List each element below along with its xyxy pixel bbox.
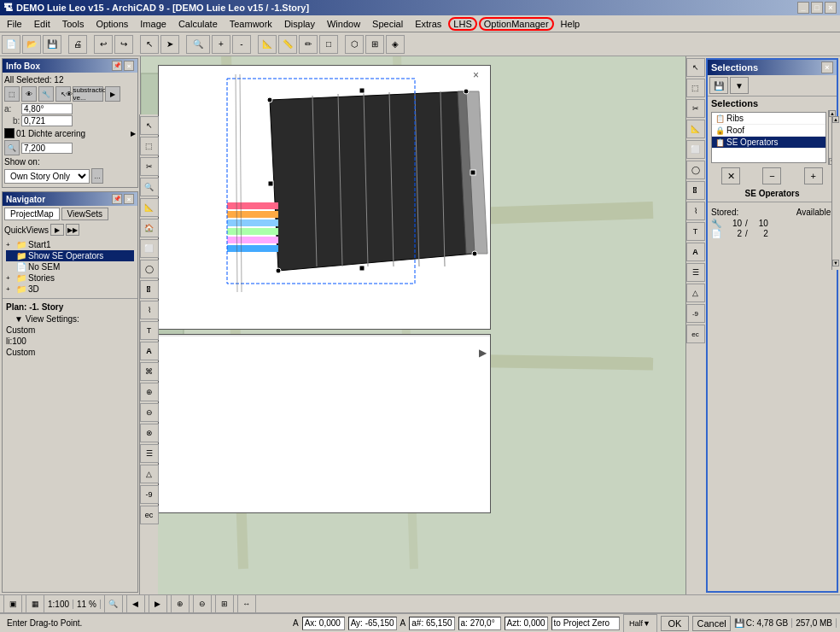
- left-tool-1[interactable]: ↖: [140, 116, 159, 135]
- custom-item-2[interactable]: li:100: [3, 336, 137, 347]
- zoom-out-btn[interactable]: -: [232, 35, 251, 54]
- zoom-tool-3[interactable]: ▶: [149, 594, 167, 613]
- right-tool-2[interactable]: ⬚: [686, 79, 705, 97]
- show-on-extra[interactable]: …: [91, 168, 103, 184]
- left-tool-2[interactable]: ⬚: [140, 137, 159, 155]
- menu-optionmanager[interactable]: OptionManager: [479, 17, 554, 31]
- minimize-btn[interactable]: _: [797, 2, 809, 14]
- left-tool-7[interactable]: ⬜: [140, 239, 159, 258]
- right-tool-5[interactable]: ⬜: [686, 140, 705, 159]
- custom-item-1[interactable]: Custom: [3, 325, 137, 336]
- menu-window[interactable]: Window: [322, 18, 365, 30]
- status-icon-2[interactable]: ▦: [26, 594, 44, 613]
- zoom-icon[interactable]: 🔍: [4, 140, 20, 155]
- tree-item-start1[interactable]: + 📁 Start1: [6, 239, 134, 250]
- right-tool-8[interactable]: ⌇: [686, 202, 705, 220]
- left-tool-4[interactable]: 🔍: [140, 178, 159, 196]
- right-tool-14[interactable]: ec: [686, 325, 705, 343]
- ok-button[interactable]: OK: [661, 616, 690, 631]
- sel-more-btn[interactable]: ▼: [730, 77, 749, 94]
- tab-projectmap[interactable]: ProjectMap: [4, 208, 60, 220]
- tree-item-show-se[interactable]: 📁 Show SE Operators: [6, 250, 134, 261]
- sel-scroll-down-btn[interactable]: ▼: [832, 260, 839, 266]
- menu-help[interactable]: Help: [556, 18, 586, 30]
- sel-save-btn[interactable]: 💾: [709, 77, 728, 94]
- menu-edit[interactable]: Edit: [29, 18, 55, 30]
- menu-teamwork[interactable]: Teamwork: [225, 18, 277, 30]
- select-btn[interactable]: ↖: [140, 35, 159, 54]
- info-icon-1[interactable]: ⬚: [4, 86, 20, 102]
- arrow-btn[interactable]: ➤: [160, 35, 179, 54]
- left-tool-11[interactable]: T: [140, 321, 159, 340]
- tool-c[interactable]: ✏: [299, 35, 318, 54]
- new-btn[interactable]: 📄: [2, 35, 20, 54]
- close-btn[interactable]: ×: [825, 2, 837, 14]
- menu-special[interactable]: Special: [367, 18, 408, 30]
- zoom-tool-5[interactable]: ⊖: [193, 594, 212, 613]
- sel-scroll-up-btn[interactable]: ▲: [832, 116, 839, 123]
- maximize-btn[interactable]: □: [811, 2, 823, 14]
- zoom-tool-2[interactable]: ◀: [126, 594, 145, 613]
- selections-close[interactable]: ×: [821, 61, 833, 73]
- tool-d[interactable]: □: [319, 35, 338, 54]
- right-tool-7[interactable]: 〿: [686, 181, 705, 200]
- navigator-pin[interactable]: 📌: [112, 194, 122, 204]
- redo-btn[interactable]: ↪: [114, 35, 133, 54]
- left-tool-12[interactable]: A: [140, 342, 159, 360]
- zoom-fit-btn[interactable]: 🔍: [186, 35, 210, 54]
- status-icon-1[interactable]: ▣: [3, 594, 22, 613]
- zoom-tool-6[interactable]: ⊞: [215, 594, 234, 613]
- print-btn[interactable]: 🖨: [68, 35, 87, 54]
- menu-tools[interactable]: Tools: [57, 18, 90, 30]
- zoom-tool-7[interactable]: ↔: [237, 594, 256, 613]
- menu-extras[interactable]: Extras: [410, 18, 446, 30]
- tree-item-no-sem[interactable]: 📄 No SEM: [6, 261, 134, 272]
- tool-f[interactable]: ⊞: [365, 35, 384, 54]
- undo-btn[interactable]: ↩: [94, 35, 113, 54]
- info-box-pin[interactable]: 📌: [112, 61, 122, 71]
- menu-lhs[interactable]: LHS: [448, 17, 476, 31]
- info-icon-3[interactable]: 🔧: [38, 86, 54, 102]
- zoom-tool-4[interactable]: ⊕: [171, 594, 190, 613]
- sel-minus-btn[interactable]: −: [762, 167, 781, 184]
- tool-b[interactable]: 📏: [278, 35, 297, 54]
- layer-expand[interactable]: ▶: [131, 130, 136, 138]
- tool-a[interactable]: 📐: [258, 35, 277, 54]
- right-tool-4[interactable]: 📐: [686, 120, 705, 138]
- right-tool-12[interactable]: △: [686, 284, 705, 302]
- zoom-tool-1[interactable]: 🔍: [104, 594, 123, 613]
- custom-item-3[interactable]: Custom: [3, 347, 137, 358]
- expand-stories[interactable]: +: [6, 274, 15, 282]
- info-icon-5[interactable]: 👁 substraction ve...: [73, 86, 103, 102]
- left-tool-18[interactable]: △: [140, 465, 159, 483]
- menu-image[interactable]: Image: [135, 18, 172, 30]
- left-tool-5[interactable]: 📐: [140, 198, 159, 217]
- quickviews-expand[interactable]: ▶: [50, 224, 64, 236]
- right-tool-3[interactable]: ✂: [686, 99, 705, 118]
- left-tool-19[interactable]: -9: [140, 485, 159, 504]
- sel-item-roof[interactable]: 🔒 Roof: [712, 125, 825, 137]
- canvas-area[interactable]: × ▶: [141, 56, 685, 594]
- right-tool-6[interactable]: ◯: [686, 161, 705, 179]
- menu-file[interactable]: File: [2, 18, 27, 30]
- info-icon-6[interactable]: ▶: [105, 86, 120, 102]
- left-tool-3[interactable]: ✂: [140, 157, 159, 176]
- navigator-close[interactable]: ×: [124, 194, 134, 204]
- open-btn[interactable]: 📂: [22, 35, 41, 54]
- sel-panel-scrollbar[interactable]: ▲ ▼: [831, 116, 840, 270]
- left-tool-16[interactable]: ⊗: [140, 424, 159, 442]
- left-tool-15[interactable]: ⊖: [140, 403, 159, 422]
- sel-plus-btn[interactable]: +: [804, 167, 823, 184]
- tree-item-3d[interactable]: + 📁 3D: [6, 284, 134, 295]
- right-tool-1[interactable]: ↖: [686, 58, 705, 77]
- sel-item-se-operators[interactable]: 📋 SE Operators: [712, 137, 825, 149]
- tool-g[interactable]: ◈: [386, 35, 405, 54]
- left-tool-17[interactable]: ☰: [140, 444, 159, 463]
- menu-options[interactable]: Options: [90, 18, 133, 30]
- left-tool-6[interactable]: 🏠: [140, 219, 159, 237]
- menu-display[interactable]: Display: [279, 18, 320, 30]
- left-tool-9[interactable]: 〿: [140, 280, 159, 299]
- menu-calculate[interactable]: Calculate: [173, 18, 223, 30]
- left-tool-10[interactable]: ⌇: [140, 301, 159, 319]
- quickviews-next[interactable]: ▶▶: [66, 224, 79, 236]
